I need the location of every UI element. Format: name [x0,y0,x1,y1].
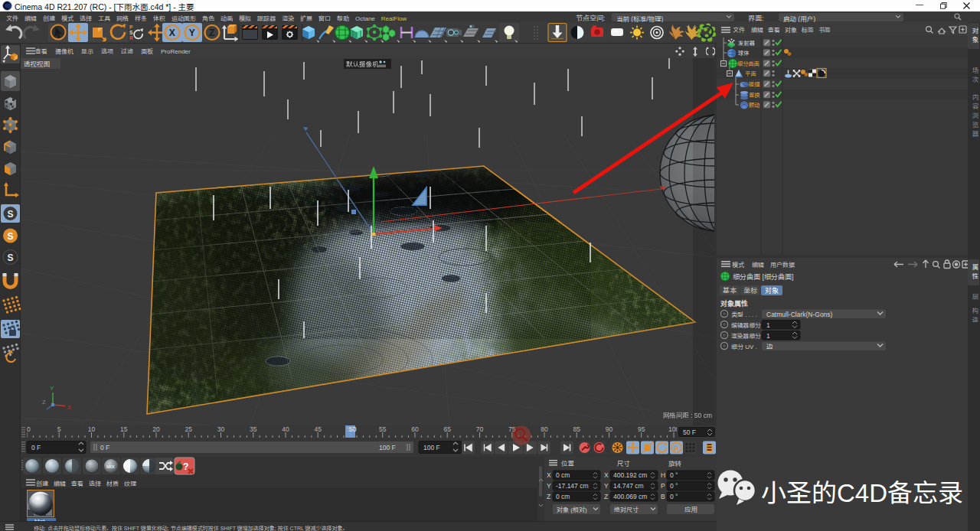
svg-text:坐标: 坐标 [743,287,757,295]
svg-text:模式: 模式 [732,262,744,269]
svg-text:网格间距 : 50 cm: 网格间距 : 50 cm [663,412,712,419]
svg-text:0 °: 0 ° [670,471,678,479]
svg-text:透视视图: 透视视图 [24,60,50,68]
svg-text:边: 边 [766,343,773,350]
svg-text:书签: 书签 [818,27,831,34]
svg-text:10: 10 [88,425,96,433]
svg-text:对象 (相对): 对象 (相对) [557,507,587,513]
svg-text:用户数据: 用户数据 [770,262,795,269]
svg-text:95: 95 [638,425,645,433]
svg-text:?: ? [183,461,188,472]
svg-text:Y: Y [189,28,195,38]
svg-text:-17.147 cm: -17.147 cm [556,482,589,490]
svg-text:平面: 平面 [745,70,756,77]
svg-text:应用: 应用 [684,506,697,513]
svg-text:S: S [8,209,14,220]
svg-text:0 F: 0 F [31,444,41,451]
svg-text:1: 1 [766,321,770,329]
svg-text:MIX: MIX [106,464,115,469]
svg-text:1: 1 [766,332,770,340]
svg-text:5: 5 [57,425,61,433]
svg-text:Z: Z [209,28,214,38]
svg-text:0 °: 0 ° [670,482,678,490]
svg-text:60: 60 [411,425,419,433]
svg-text:查看: 查看 [768,27,780,34]
svg-text:0 cm: 0 cm [556,471,570,479]
svg-text:B: B [661,493,665,500]
svg-text:X: X [604,471,609,479]
svg-text:50: 50 [347,425,354,433]
svg-text:100: 100 [668,425,677,433]
svg-text:80: 80 [541,425,548,433]
svg-text:H: H [661,471,665,479]
svg-text:X: X [547,471,551,479]
svg-text:100 F: 100 F [379,444,396,451]
svg-text:P: P [129,24,133,30]
svg-text:基本: 基本 [723,286,737,295]
svg-text:R: R [129,35,133,41]
svg-text:65: 65 [443,425,451,433]
svg-text:X: X [169,28,175,38]
svg-text:P: P [661,482,665,490]
svg-text:标签: 标签 [802,27,814,34]
svg-text:X: X [67,404,72,411]
svg-text:400.069 cm: 400.069 cm [613,493,647,500]
svg-text:55: 55 [379,425,387,433]
svg-text:默认摄像机: 默认摄像机 [346,60,379,68]
svg-text:Catmull-Clark(N-Gons): Catmull-Clark(N-Gons) [766,311,833,318]
svg-text:14.747 cm: 14.747 cm [613,482,644,490]
svg-text:0 °: 0 ° [670,493,678,500]
svg-text:45: 45 [314,425,322,433]
svg-text:S: S [8,252,14,263]
svg-text:细分 UV .: 细分 UV . [731,344,757,350]
svg-text:对象: 对象 [785,27,797,34]
svg-text:S: S [8,231,14,242]
svg-text:对象: 对象 [765,287,779,295]
svg-text:Z: Z [547,493,550,500]
svg-text:Y: Y [547,482,551,490]
svg-text:Z: Z [604,493,608,500]
svg-text:置换: 置换 [749,92,760,99]
svg-text:15: 15 [120,425,128,433]
svg-text:35: 35 [250,425,257,433]
svg-text:75: 75 [508,425,516,433]
svg-text:Y: Y [50,385,54,392]
svg-text:类型 . . . .: 类型 . . . . [731,311,757,318]
svg-text:20: 20 [152,425,160,433]
svg-text:Y: Y [604,482,609,490]
svg-text:40: 40 [282,425,289,433]
svg-text:位置: 位置 [561,460,575,467]
svg-text:碰撞: 碰撞 [748,81,760,88]
svg-text:发射器: 发射器 [738,40,755,47]
svg-text:0 cm: 0 cm [556,493,570,500]
svg-text:100 F: 100 F [423,444,440,451]
svg-text:绝对尺寸: 绝对尺寸 [614,507,639,513]
svg-text:细分曲面 [细分曲面]: 细分曲面 [细分曲面] [733,273,794,281]
svg-text:S: S [129,30,133,35]
svg-text:P: P [675,445,679,452]
svg-text:球体: 球体 [738,50,749,57]
svg-text:编辑器细分: 编辑器细分 [731,322,761,329]
svg-text:0: 0 [27,425,31,433]
svg-text:400.192 cm: 400.192 cm [613,471,647,479]
svg-text:渲染器细分: 渲染器细分 [731,332,761,340]
svg-text:25: 25 [185,425,192,433]
svg-text:30: 30 [217,425,225,433]
svg-text:细分曲面: 细分曲面 [737,60,760,67]
svg-text:70: 70 [476,425,484,433]
svg-text:编辑: 编辑 [751,27,763,34]
svg-text:85: 85 [573,425,580,433]
svg-text:对象属性: 对象属性 [720,299,748,308]
svg-text:0 F: 0 F [100,444,109,451]
svg-text:文件: 文件 [733,26,745,34]
svg-text:旋转: 旋转 [668,460,682,467]
svg-text:颤动: 颤动 [749,102,760,109]
svg-text:Z: Z [42,399,46,406]
svg-text:90: 90 [606,425,613,433]
svg-text:编辑: 编辑 [752,262,764,269]
svg-text:尺寸: 尺寸 [617,460,631,467]
